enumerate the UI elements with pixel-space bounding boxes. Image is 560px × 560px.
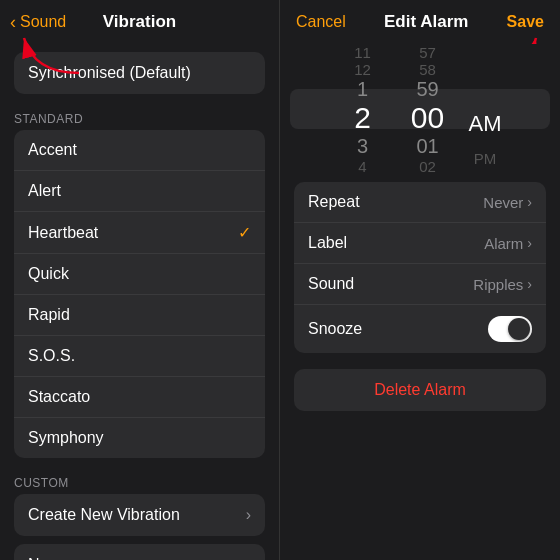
standard-section-label: STANDARD	[0, 102, 279, 130]
label-label: Label	[308, 234, 347, 252]
repeat-value-text: Never	[483, 194, 523, 211]
chevron-right-icon: ›	[527, 194, 532, 210]
item-label: Accent	[28, 141, 77, 159]
snooze-label: Snooze	[308, 320, 362, 338]
right-nav-bar: Cancel Edit Alarm Save	[280, 0, 560, 44]
minute-item: 02	[395, 158, 460, 174]
create-label: Create New Vibration	[28, 506, 180, 524]
chevron-right-icon: ›	[246, 506, 251, 524]
right-panel: Cancel Edit Alarm Save 11 12 1 2 3 4 5 5…	[280, 0, 560, 560]
minute-item: 01	[395, 135, 460, 158]
sound-label: Sound	[308, 275, 354, 293]
custom-section-label: CUSTOM	[0, 466, 279, 494]
list-item[interactable]: Symphony	[14, 418, 265, 458]
list-item[interactable]: Quick	[14, 254, 265, 295]
minute-item: 59	[395, 78, 460, 101]
sound-row[interactable]: Sound Ripples ›	[294, 264, 546, 305]
sound-value: Ripples ›	[473, 276, 532, 293]
list-item[interactable]: Accent	[14, 130, 265, 171]
hour-item: 11	[330, 44, 395, 61]
left-content: Synchronised (Default) STANDARD Accent A…	[0, 44, 279, 560]
item-label: S.O.S.	[28, 347, 75, 365]
snooze-row[interactable]: Snooze	[294, 305, 546, 353]
minute-item-selected: 00	[395, 101, 460, 135]
snooze-toggle[interactable]	[488, 316, 532, 342]
custom-section: CUSTOM Create New Vibration ›	[0, 466, 279, 536]
list-item[interactable]: Rapid	[14, 295, 265, 336]
list-item-heartbeat[interactable]: Heartbeat ✓	[14, 212, 265, 254]
create-vibration-row[interactable]: Create New Vibration ›	[14, 494, 265, 536]
hours-column[interactable]: 11 12 1 2 3 4 5	[330, 44, 395, 174]
hour-item: 1	[330, 78, 395, 101]
chevron-right-icon: ›	[527, 276, 532, 292]
ampm-column[interactable]: AM PM	[460, 44, 510, 174]
right-panel-title: Edit Alarm	[384, 12, 468, 32]
standard-list: Accent Alert Heartbeat ✓ Quick Rapid S.O…	[14, 130, 265, 458]
left-panel: ‹ Sound Vibration Synchronised (Default)…	[0, 0, 280, 560]
delete-alarm-button[interactable]: Delete Alarm	[294, 369, 546, 411]
chevron-right-icon: ›	[527, 235, 532, 251]
pm-item: PM	[474, 143, 497, 174]
none-row[interactable]: None	[14, 544, 265, 560]
list-item[interactable]: Staccato	[14, 377, 265, 418]
hour-item: 3	[330, 135, 395, 158]
minute-item: 58	[395, 61, 460, 78]
repeat-value: Never ›	[483, 194, 532, 211]
save-button[interactable]: Save	[507, 13, 544, 31]
minute-item: 57	[395, 44, 460, 61]
item-label: Quick	[28, 265, 69, 283]
item-label: Staccato	[28, 388, 90, 406]
label-value: Alarm ›	[484, 235, 532, 252]
minutes-column[interactable]: 57 58 59 00 01 02 03	[395, 44, 460, 174]
back-label: Sound	[20, 13, 66, 31]
synced-row[interactable]: Synchronised (Default)	[14, 52, 265, 94]
item-label: Heartbeat	[28, 224, 98, 242]
settings-group: Repeat Never › Label Alarm › Sound Rippl…	[294, 182, 546, 353]
list-item[interactable]: S.O.S.	[14, 336, 265, 377]
label-row[interactable]: Label Alarm ›	[294, 223, 546, 264]
left-panel-title: Vibration	[103, 12, 176, 32]
am-item-selected: AM	[469, 105, 502, 143]
hour-item-selected: 2	[330, 101, 395, 135]
time-picker[interactable]: 11 12 1 2 3 4 5 57 58 59 00 01 02 03 AM …	[280, 44, 560, 174]
repeat-row[interactable]: Repeat Never ›	[294, 182, 546, 223]
back-button[interactable]: ‹ Sound	[10, 12, 66, 33]
hour-item: 12	[330, 61, 395, 78]
sound-value-text: Ripples	[473, 276, 523, 293]
hour-item: 4	[330, 158, 395, 174]
cancel-button[interactable]: Cancel	[296, 13, 346, 31]
item-label: Alert	[28, 182, 61, 200]
left-nav-bar: ‹ Sound Vibration	[0, 0, 279, 44]
item-label: Rapid	[28, 306, 70, 324]
item-label: Symphony	[28, 429, 104, 447]
label-value-text: Alarm	[484, 235, 523, 252]
repeat-label: Repeat	[308, 193, 360, 211]
list-item[interactable]: Alert	[14, 171, 265, 212]
checkmark-icon: ✓	[238, 223, 251, 242]
chevron-left-icon: ‹	[10, 12, 16, 33]
